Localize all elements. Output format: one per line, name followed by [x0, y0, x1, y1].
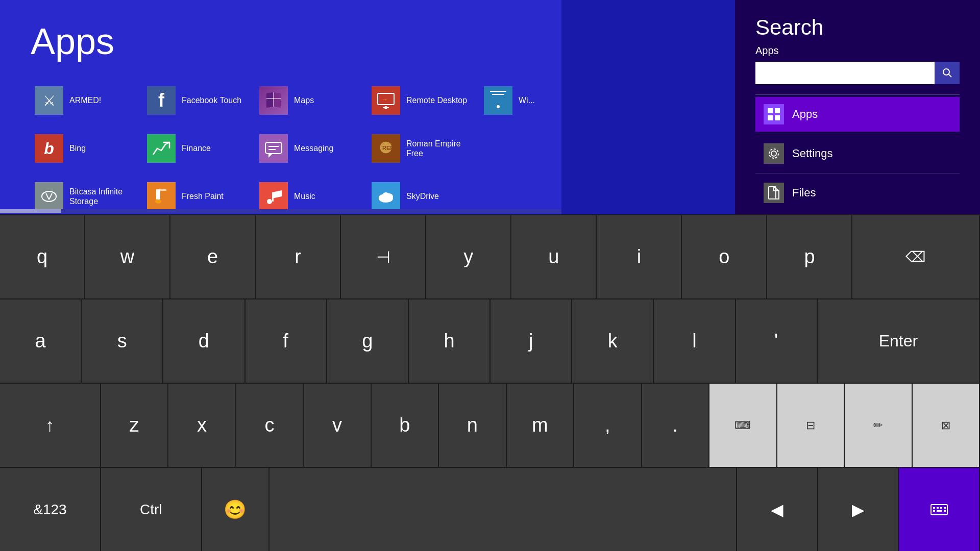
key-d[interactable]: d	[163, 299, 245, 383]
app-name-bitcasa: Bitcasa Infinite Storage	[69, 187, 139, 206]
app-name-finance: Finance	[182, 143, 211, 153]
app-item-wi[interactable]: Wi...	[480, 78, 592, 123]
key-l[interactable]: l	[654, 299, 736, 383]
app-item-bing[interactable]: b Bing	[31, 126, 143, 171]
svg-rect-54	[933, 507, 935, 509]
key-j[interactable]: j	[491, 299, 572, 383]
app-icon-remotedesktop: →	[372, 86, 400, 115]
key-enter[interactable]: Enter	[818, 299, 980, 383]
app-name-freshpaint: Fresh Paint	[182, 191, 224, 201]
app-item-finance[interactable]: Finance	[143, 126, 255, 171]
key-o[interactable]: o	[682, 215, 767, 298]
app-name-maps: Maps	[294, 95, 314, 105]
search-title: Search	[755, 15, 960, 40]
key-i[interactable]: i	[597, 215, 682, 298]
key-r[interactable]: r	[256, 215, 341, 298]
svg-point-22	[155, 199, 161, 204]
key-x[interactable]: x	[168, 384, 236, 467]
app-item-facebook[interactable]: f Facebook Touch	[143, 78, 255, 123]
search-panel: Search Apps Apps Settings Files	[735, 0, 980, 214]
key-p[interactable]: p	[767, 215, 852, 298]
svg-point-18	[42, 191, 56, 202]
key-ctrl[interactable]: Ctrl	[101, 468, 202, 551]
search-input[interactable]	[755, 62, 935, 84]
app-icon-bing: b	[35, 134, 63, 163]
key-apostrophe[interactable]: '	[736, 299, 818, 383]
key-mode-detach[interactable]: ⊠	[913, 384, 980, 467]
key-shift[interactable]: ↑	[0, 384, 101, 467]
svg-point-51	[769, 149, 778, 158]
key-k[interactable]: k	[572, 299, 654, 383]
key-mode-full[interactable]: ⌨	[709, 384, 777, 467]
app-item-messaging[interactable]: Messaging	[255, 126, 368, 171]
keyboard-row-1: q w e r ⊣ y u i o p ⌫	[0, 214, 980, 298]
key-backspace[interactable]: ⌫	[852, 215, 980, 298]
svg-rect-56	[940, 507, 942, 509]
key-b[interactable]: b	[372, 384, 439, 467]
key-u[interactable]: u	[511, 215, 597, 298]
svg-rect-55	[937, 507, 939, 509]
search-divider-2	[755, 134, 960, 134]
key-right[interactable]: ▶	[818, 468, 899, 551]
svg-text:→: →	[382, 96, 388, 103]
key-z[interactable]: z	[101, 384, 168, 467]
key-mode-handwrite[interactable]: ✏	[845, 384, 912, 467]
key-g[interactable]: g	[327, 299, 409, 383]
key-symbols[interactable]: &123	[0, 468, 101, 551]
svg-point-24	[267, 199, 272, 204]
key-s[interactable]: s	[82, 299, 163, 383]
svg-rect-48	[768, 115, 773, 120]
key-a[interactable]: a	[0, 299, 82, 383]
search-button[interactable]	[935, 62, 960, 84]
key-h[interactable]: h	[409, 299, 491, 383]
file-icon	[767, 186, 781, 200]
keyboard-icon	[930, 500, 948, 519]
key-comma[interactable]: ,	[574, 384, 642, 467]
search-option-files-label: Files	[792, 186, 816, 199]
key-n[interactable]: n	[439, 384, 506, 467]
key-t[interactable]: ⊣	[341, 215, 426, 298]
app-icon-messaging	[259, 134, 288, 163]
app-item-remotedesktop[interactable]: → Remote Desktop	[368, 78, 480, 123]
key-left[interactable]: ◀	[737, 468, 818, 551]
search-icon	[941, 67, 953, 79]
key-f[interactable]: f	[246, 299, 327, 383]
svg-rect-46	[768, 108, 773, 113]
app-icon-romanempire: REF	[372, 134, 400, 163]
key-e[interactable]: e	[170, 215, 256, 298]
svg-rect-53	[931, 505, 947, 515]
app-name-facebook: Facebook Touch	[182, 95, 241, 105]
app-name-remotedesktop: Remote Desktop	[406, 95, 467, 105]
key-period[interactable]: .	[642, 384, 709, 467]
svg-line-19	[46, 193, 49, 199]
svg-rect-52	[769, 187, 776, 199]
svg-rect-23	[159, 189, 166, 191]
app-item-maps[interactable]: Maps	[255, 78, 368, 123]
search-option-apps[interactable]: Apps	[755, 97, 960, 132]
key-q[interactable]: q	[0, 215, 85, 298]
app-item-romanempire[interactable]: REF Roman Empire Free	[368, 126, 480, 171]
svg-rect-57	[944, 507, 946, 509]
search-option-files[interactable]: Files	[755, 176, 960, 210]
key-c[interactable]: c	[236, 384, 304, 467]
key-v[interactable]: v	[304, 384, 371, 467]
app-name-skydrive: SkyDrive	[406, 191, 439, 201]
app-item-row2col5	[480, 126, 592, 171]
key-w[interactable]: w	[85, 215, 170, 298]
key-emoji[interactable]: 😊	[202, 468, 270, 551]
app-icon-music	[259, 182, 288, 211]
search-option-settings[interactable]: Settings	[755, 136, 960, 171]
app-icon-armed: ⚔	[35, 86, 63, 115]
key-space[interactable]	[270, 468, 737, 551]
key-m[interactable]: m	[507, 384, 574, 467]
search-option-files-icon	[764, 183, 784, 203]
gear-icon	[767, 146, 781, 161]
keyboard-row-3: ↑ z x c v b n m , . ⌨ ⊟ ✏ ⊠	[0, 383, 980, 467]
app-item-armed[interactable]: ⚔ ARMED!	[31, 78, 143, 123]
app-icon-skydrive	[372, 182, 400, 211]
key-y[interactable]: y	[426, 215, 511, 298]
key-mode-split[interactable]: ⊟	[777, 384, 845, 467]
key-keyboard-toggle[interactable]	[899, 468, 980, 551]
apps-scrollbar	[0, 209, 561, 213]
svg-point-29	[382, 192, 389, 198]
